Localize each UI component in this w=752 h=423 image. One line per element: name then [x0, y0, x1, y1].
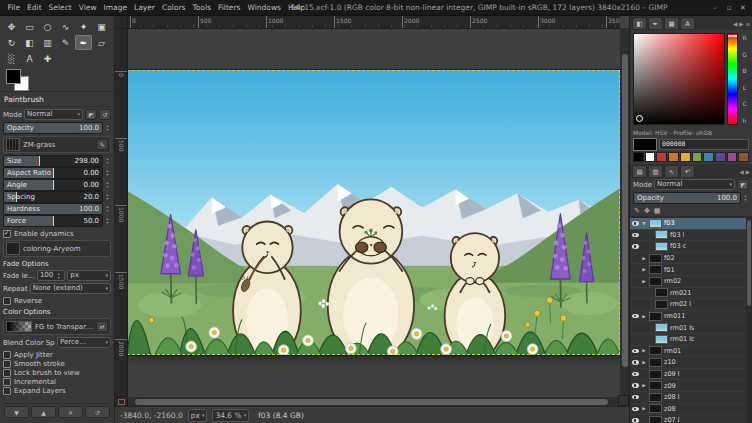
layer-expander-icon[interactable]: ▶: [641, 360, 647, 365]
dock-left-arrow[interactable]: ◀: [733, 21, 737, 27]
layer-row[interactable]: z09 l: [630, 369, 746, 381]
hex-input[interactable]: [659, 139, 749, 150]
rectangle-select-tool[interactable]: ▭: [21, 19, 38, 34]
menu-item[interactable]: Tools: [189, 0, 214, 15]
menu-item[interactable]: Edit: [24, 0, 46, 15]
visibility-eye-icon[interactable]: [632, 233, 639, 238]
eraser-tool[interactable]: ▱: [93, 35, 110, 50]
reverse-checkbox[interactable]: [3, 297, 11, 305]
pencil-tool[interactable]: ✎: [57, 35, 74, 50]
fonts-tab[interactable]: A: [680, 17, 695, 30]
palette-swatch[interactable]: [645, 152, 656, 162]
layer-expander-icon[interactable]: ▶: [641, 383, 647, 388]
palette-swatch[interactable]: [668, 152, 679, 162]
visibility-eye-icon[interactable]: [632, 407, 639, 412]
mode-reset-button[interactable]: ↺: [99, 109, 111, 120]
layer-row[interactable]: rm01 ls: [630, 322, 746, 334]
current-color-swatch[interactable]: [633, 138, 657, 151]
color-options-header[interactable]: Color Options: [3, 307, 111, 316]
airbrush-tool[interactable]: ░: [3, 51, 20, 66]
crop-tool[interactable]: ▣: [93, 19, 110, 34]
layer-expander-icon[interactable]: ▼: [641, 221, 647, 226]
layer-row[interactable]: z07 l: [630, 415, 746, 423]
layer-expander-icon[interactable]: ▶: [641, 279, 647, 284]
enable-dynamics-row[interactable]: Enable dynamics: [3, 229, 111, 238]
apply-jitter-checkbox[interactable]: [3, 351, 11, 359]
layer-expander-icon[interactable]: ▶: [641, 314, 647, 319]
menu-item[interactable]: Colors: [158, 0, 189, 15]
layer-expander-icon[interactable]: ▶: [641, 267, 647, 272]
size-slider[interactable]: Size 298.00: [3, 155, 103, 167]
brush-selector[interactable]: ZM-grass ✎: [3, 136, 111, 153]
visibility-eye-icon[interactable]: [632, 383, 639, 388]
palette-swatch[interactable]: [715, 152, 726, 162]
spacing-slider[interactable]: Spacing 20.0: [3, 191, 103, 203]
saturation-value-square[interactable]: [633, 33, 725, 125]
gradient-reverse-button[interactable]: ⇄: [96, 321, 108, 332]
visibility-eye-icon[interactable]: [632, 360, 639, 365]
layer-row[interactable]: ▶ f01: [630, 264, 746, 276]
transform-tool[interactable]: ↻: [3, 35, 20, 50]
fade-length-field[interactable]: 100▴▾: [37, 270, 65, 281]
canvas-viewport[interactable]: [127, 28, 620, 397]
incremental-checkbox[interactable]: [3, 378, 11, 386]
horizontal-scrollbar[interactable]: [127, 397, 620, 406]
palette-swatch[interactable]: [703, 152, 714, 162]
layer-row[interactable]: rm01 lc: [630, 334, 746, 346]
ruler-corner[interactable]: [115, 16, 128, 29]
fade-stepper[interactable]: ▴▾: [55, 272, 62, 280]
layer-mode-switch-button[interactable]: ◩: [737, 179, 749, 190]
layer-row[interactable]: rm021: [630, 288, 746, 300]
layer-row[interactable]: f03 l: [630, 230, 746, 242]
smooth-stroke-checkbox[interactable]: [3, 360, 11, 368]
layer-mode-dropdown[interactable]: Normal▾: [654, 179, 735, 190]
dock-left-arrow[interactable]: ◀: [740, 169, 744, 175]
text-tool[interactable]: A: [21, 51, 38, 66]
brush-edit-icon[interactable]: ✎: [96, 139, 108, 150]
blend-space-dropdown[interactable]: Perce…▾: [57, 337, 111, 348]
color-tab[interactable]: ◧: [632, 17, 647, 30]
layer-row[interactable]: ▼ f03: [630, 218, 746, 230]
channel-letter[interactable]: R: [742, 34, 746, 41]
layer-row[interactable]: z08 l: [630, 392, 746, 404]
channel-letter[interactable]: B: [742, 67, 746, 74]
channel-letter[interactable]: L: [743, 84, 746, 91]
slider-stepper[interactable]: ▴▾: [104, 193, 111, 201]
aspect-ratio-slider[interactable]: Aspect Ratio 0.00: [3, 167, 103, 179]
lock-position-icon[interactable]: ✥: [644, 207, 650, 215]
palette-swatch[interactable]: [738, 152, 749, 162]
visibility-eye-icon[interactable]: [632, 244, 639, 249]
channel-letter[interactable]: C: [742, 100, 746, 107]
visibility-eye-icon[interactable]: [632, 372, 639, 377]
fg-color-swatch[interactable]: [6, 69, 21, 84]
menu-item[interactable]: Windows: [244, 0, 284, 15]
layers-tab[interactable]: ▤: [632, 165, 647, 178]
layer-row[interactable]: ▶ rm02: [630, 276, 746, 288]
visibility-eye-icon[interactable]: [632, 314, 639, 319]
layer-opacity-slider[interactable]: Opacity 100.0: [633, 192, 741, 204]
restore-preset-button[interactable]: ▲: [31, 406, 56, 418]
canvas[interactable]: [127, 70, 620, 355]
palette-swatch[interactable]: [656, 152, 667, 162]
menu-item[interactable]: Image: [100, 0, 131, 15]
vertical-scrollbar[interactable]: [620, 28, 629, 397]
layer-row[interactable]: rm02 l: [630, 299, 746, 311]
navigation-button[interactable]: [618, 395, 629, 406]
minimize-button[interactable]: –: [710, 4, 720, 12]
bucket-fill-tool[interactable]: ◧: [21, 35, 38, 50]
dock-right-arrow[interactable]: ▶: [746, 169, 750, 175]
visibility-eye-icon[interactable]: [632, 395, 639, 400]
tool-option-row[interactable]: Apply Jitter: [3, 350, 111, 359]
slider-stepper[interactable]: ▴▾: [104, 169, 111, 177]
channel-letter[interactable]: h: [743, 117, 747, 124]
repeat-dropdown[interactable]: None (extend)▾: [30, 283, 111, 294]
horizontal-ruler[interactable]: 0500100015002000250030003500: [127, 16, 620, 29]
hue-strip[interactable]: [727, 33, 738, 125]
tool-option-row[interactable]: Expand Layers: [3, 386, 111, 395]
menu-item[interactable]: Filters: [214, 0, 243, 15]
reverse-row[interactable]: Reverse: [3, 296, 111, 305]
gradient-tool[interactable]: ▥: [39, 35, 56, 50]
palette-swatch[interactable]: [633, 152, 644, 162]
fg-bg-color-swatch[interactable]: [6, 69, 30, 90]
dock-menu-button[interactable]: ≡: [745, 21, 750, 27]
